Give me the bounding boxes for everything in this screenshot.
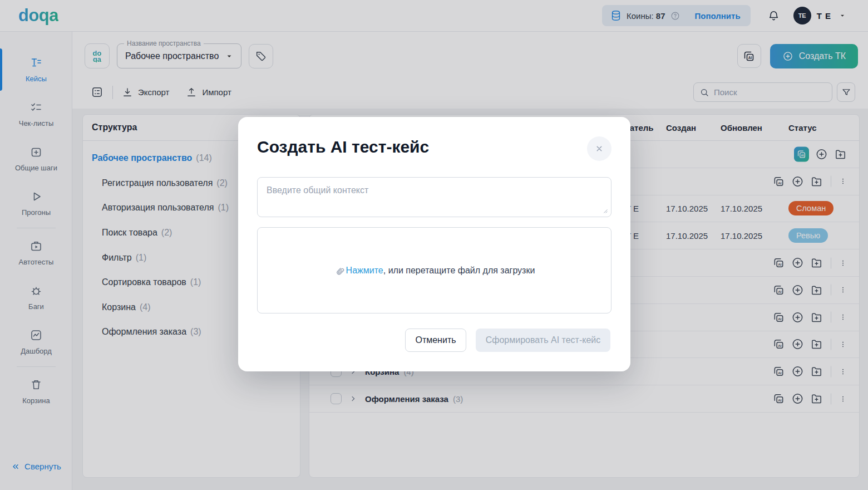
upload-link[interactable]: Нажмите [346,266,383,276]
context-textarea[interactable] [257,177,611,217]
app: doqa Коины: 87 Пополнить TE T E [0,0,868,490]
close-icon [594,144,604,154]
paperclip-icon [334,265,345,276]
create-ai-testcase-modal: Создать AI тест-кейс Нажмите , или перет… [238,117,630,371]
upload-hint: , или перетащите файл для загрузки [383,266,535,276]
modal-title: Создать AI тест-кейс [257,138,429,156]
cancel-button[interactable]: Отменить [405,329,466,352]
file-dropzone[interactable]: Нажмите , или перетащите файл для загруз… [257,227,611,313]
submit-ai-testcase-button[interactable]: Сформировать AI тест-кейс [476,329,610,352]
modal-close-button[interactable] [587,136,611,161]
